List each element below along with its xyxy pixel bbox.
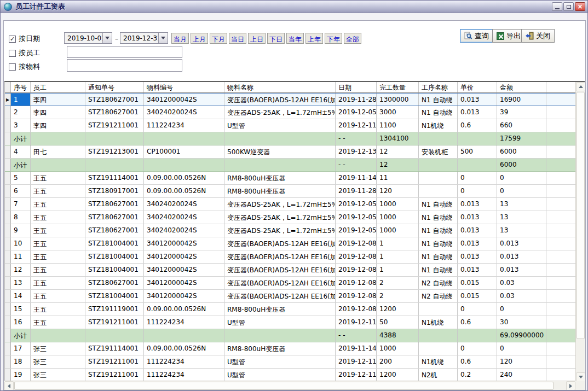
row-marker-cell[interactable] <box>5 290 11 302</box>
vertical-scrollbar[interactable] <box>575 82 585 382</box>
table-row[interactable]: 13王五STZ18062700134012000042S变压器(BAOER)AD… <box>5 277 575 290</box>
cell: - - <box>336 132 377 145</box>
table-row[interactable]: 7王五STZ18062700134024020024S变压器ADS-25AK，L… <box>5 198 575 211</box>
cell: N1 自动绕 <box>419 106 458 119</box>
row-marker-cell[interactable] <box>5 369 11 381</box>
subtotal-row[interactable]: 小计- -126000 <box>5 159 575 172</box>
table-row[interactable]: 5王五STZ1911140010.09.00.00.0526NRM8-800uH… <box>5 172 575 185</box>
chevron-down-icon <box>161 37 165 39</box>
quick-range-prev-day[interactable]: 上日 <box>248 33 266 44</box>
cell: 240 <box>497 369 546 381</box>
table-row[interactable]: 16王五STZ191211001111224234U型管2019-12-1150… <box>5 316 575 329</box>
employee-input[interactable] <box>67 46 182 58</box>
by-employee-checkbox[interactable] <box>9 50 16 57</box>
quick-range-next-year[interactable]: 下年 <box>325 33 342 44</box>
column-header[interactable]: 金额 <box>497 82 546 92</box>
table-row[interactable]: 18张三STZ191211001111224234U型管2019-12-1120… <box>5 355 575 369</box>
row-marker-cell[interactable] <box>5 211 11 224</box>
row-marker-cell[interactable] <box>5 119 11 132</box>
table-row[interactable]: 15王五STZ1911190010.09.00.00.0526NRM8-800u… <box>5 303 575 316</box>
table-row[interactable]: 10王五STZ18100400134012000042S变压器(BAOER)AD… <box>5 237 575 250</box>
column-header[interactable]: 完工数量 <box>377 82 419 92</box>
wage-table: 序号员工通知单号物料编号物料名称日期完工数量工序名称单价金额 ▶1李四STZ18… <box>4 81 585 390</box>
row-marker-cell[interactable] <box>5 264 11 276</box>
horizontal-scroll-thumb[interactable] <box>14 382 554 390</box>
quick-range-prev-year[interactable]: 上年 <box>305 33 323 44</box>
table-row[interactable]: 12王五STZ18100400134012000042S变压器(BAOER)AD… <box>5 264 575 277</box>
table-row[interactable]: 11王五STZ18100400134012000042S变压器(BAOER)AD… <box>5 250 575 264</box>
maximize-button[interactable] <box>563 2 574 11</box>
scroll-up-button[interactable] <box>576 82 585 91</box>
table-row[interactable]: 6王五STZ1809170010.09.00.00.0526NRM8-800uH… <box>5 185 575 198</box>
minimize-button[interactable] <box>552 2 562 11</box>
by-date-checkbox[interactable]: ✓ <box>9 36 16 43</box>
table-row[interactable]: 3李四STZ191211001111224234U型管2019-12-11110… <box>5 119 575 132</box>
subtotal-row[interactable]: 小计- -438869.09900000 <box>5 329 575 342</box>
row-marker-cell[interactable] <box>5 145 11 158</box>
row-marker-cell[interactable] <box>5 237 11 250</box>
column-header[interactable]: 物料编号 <box>144 82 224 92</box>
table-row[interactable]: 8王五STZ18062700134024020024S变压器ADS-25AK，L… <box>5 211 575 224</box>
date-to-dropdown-button[interactable] <box>158 33 168 43</box>
cell: 李四 <box>31 94 85 106</box>
table-row[interactable]: 9王五STZ18062700134024020024S变压器ADS-25AK，L… <box>5 224 575 237</box>
cell <box>419 172 458 184</box>
scroll-left-button[interactable] <box>4 381 14 390</box>
query-button[interactable]: 查询 <box>460 29 493 43</box>
by-material-checkbox[interactable] <box>9 63 16 71</box>
column-header[interactable]: 员工 <box>31 82 85 92</box>
table-row[interactable]: 19张三STZ191211001111224234U型管2019-12-1112… <box>5 369 575 382</box>
vertical-scroll-thumb[interactable] <box>577 92 585 339</box>
cell: 王五 <box>31 172 85 184</box>
row-marker-cell[interactable] <box>5 250 11 263</box>
date-from-combo[interactable]: 2019-10-01 <box>64 32 112 44</box>
date-from-dropdown-button[interactable] <box>102 33 112 43</box>
column-header[interactable]: 物料名称 <box>224 82 336 92</box>
row-marker-cell[interactable] <box>5 132 11 145</box>
close-form-button[interactable]: 关闭 <box>521 29 555 43</box>
quick-range-prev-month[interactable]: 上月 <box>191 33 208 44</box>
material-input[interactable] <box>67 59 182 72</box>
cell: 16900 <box>497 94 546 106</box>
close-window-button[interactable]: × <box>575 2 585 11</box>
row-marker-cell[interactable] <box>5 342 11 355</box>
cell: 0.6 <box>458 316 497 329</box>
row-marker-cell[interactable] <box>5 106 11 119</box>
column-header[interactable]: 日期 <box>336 82 377 92</box>
quick-range-next-month[interactable]: 下月 <box>210 33 227 44</box>
cell: - - <box>336 329 377 342</box>
row-marker-cell[interactable] <box>5 224 11 237</box>
table-row[interactable]: ▶1李四STZ18062700134012000042S变压器(BAOER)AD… <box>5 93 575 106</box>
row-marker-cell[interactable] <box>5 277 11 289</box>
cell <box>458 132 497 145</box>
table-row[interactable]: 14王五STZ18100400134012000042S变压器(BAOER)AD… <box>5 290 575 303</box>
quick-range-current-month[interactable]: 当月 <box>171 33 189 44</box>
row-marker-cell[interactable] <box>5 185 11 197</box>
row-marker-cell[interactable] <box>5 172 11 184</box>
quick-range-current-year[interactable]: 当年 <box>286 33 304 44</box>
row-marker-cell[interactable]: ▶ <box>5 94 11 106</box>
table-row[interactable]: 2李四STZ18062700134024020024S变压器ADS-25AK，L… <box>5 106 575 119</box>
table-row[interactable]: 4田七STZ191213001CP100001500KW逆变器2019-12-1… <box>5 145 575 159</box>
column-header[interactable]: 序号 <box>11 82 31 92</box>
horizontal-scrollbar[interactable] <box>4 381 575 390</box>
cell: 0.2 <box>458 369 497 381</box>
date-to-combo[interactable]: 2019-12-31 <box>120 32 168 44</box>
row-marker-cell[interactable] <box>5 329 11 342</box>
column-header[interactable]: 工序名称 <box>419 82 458 92</box>
row-marker-cell[interactable] <box>5 198 11 211</box>
quick-range-next-day[interactable]: 下日 <box>267 33 285 44</box>
column-header[interactable]: 单价 <box>458 82 497 92</box>
quick-range-all[interactable]: 全部 <box>344 33 361 44</box>
row-marker-cell[interactable] <box>5 316 11 329</box>
column-header[interactable]: 通知单号 <box>85 82 144 92</box>
row-marker-cell[interactable] <box>5 159 11 171</box>
subtotal-row[interactable]: 小计- -130410017599 <box>5 132 575 145</box>
title-bar: 员工计件工资表 × <box>1 1 587 13</box>
scroll-right-button[interactable] <box>566 381 575 390</box>
export-button[interactable]: 导出 <box>492 29 525 43</box>
table-row[interactable]: 17张三STZ1911140010.09.00.00.0526NRM8-800u… <box>5 342 575 355</box>
row-marker-cell[interactable] <box>5 303 11 316</box>
row-marker-cell[interactable] <box>5 355 11 368</box>
quick-range-current-day[interactable]: 当日 <box>229 33 246 44</box>
